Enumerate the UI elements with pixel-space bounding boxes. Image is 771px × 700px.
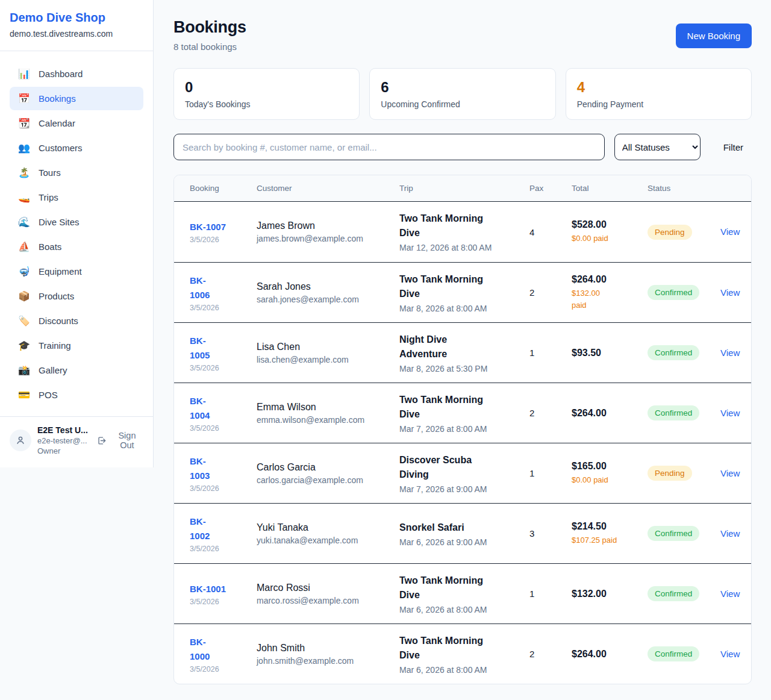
sidebar-item-label: Products — [39, 291, 74, 301]
bookings-table: Booking Customer Trip Pax Total Status B… — [173, 175, 752, 684]
customer-name: Yuki Tanaka — [257, 522, 399, 533]
new-booking-button[interactable]: New Booking — [676, 23, 752, 48]
search-input[interactable] — [173, 134, 605, 160]
user-info: E2E Test U... e2e-tester@... Owner — [37, 425, 91, 455]
sidebar-item-equipment[interactable]: 🤿Equipment — [10, 260, 143, 283]
total-cell: $132.00 — [572, 589, 648, 599]
booking-date: 3/5/2026 — [190, 484, 257, 493]
sign-out-button[interactable]: Sign Out — [97, 431, 143, 450]
brand-name: Demo Dive Shop — [10, 11, 143, 25]
filters-row: All Statuses Filter — [173, 134, 752, 160]
column-header-customer: Customer — [257, 184, 399, 193]
status-badge: Pending — [648, 466, 692, 481]
view-link[interactable]: View — [720, 227, 740, 237]
sidebar-item-bookings[interactable]: 📅Bookings — [10, 87, 143, 110]
customer-name: James Brown — [257, 220, 399, 231]
booking-cell: BK-10063/5/2026 — [190, 273, 257, 312]
sidebar-item-boats[interactable]: ⛵Boats — [10, 235, 143, 258]
table-row: BK-10023/5/2026Yuki Tanakayuki.tanaka@ex… — [174, 503, 751, 563]
table-row: BK-10013/5/2026Marco Rossimarco.rossi@ex… — [174, 563, 751, 623]
booking-id-link[interactable]: BK-1003 — [190, 454, 257, 483]
trip-datetime: Mar 6, 2026 at 8:00 AM — [399, 605, 529, 614]
table-header-row: Booking Customer Trip Pax Total Status — [174, 175, 751, 202]
view-link[interactable]: View — [720, 348, 740, 358]
booking-id-link[interactable]: BK-1005 — [190, 334, 257, 363]
view-cell: View — [720, 468, 745, 479]
booking-id-link[interactable]: BK-1000 — [190, 635, 257, 664]
stat-label: Today's Bookings — [185, 99, 348, 109]
status-badge: Confirmed — [648, 526, 699, 541]
trip-datetime: Mar 6, 2026 at 8:00 AM — [399, 665, 529, 675]
filter-button[interactable]: Filter — [715, 142, 752, 152]
sidebar-item-products[interactable]: 📦Products — [10, 284, 143, 308]
booking-date: 3/5/2026 — [190, 665, 257, 673]
sidebar-item-trips[interactable]: 🚤Trips — [10, 186, 143, 209]
status-badge: Pending — [648, 225, 692, 240]
total-cell: $264.00 — [572, 649, 648, 660]
view-link[interactable]: View — [720, 468, 740, 478]
person-icon — [15, 435, 26, 446]
sidebar-item-discounts[interactable]: 🏷️Discounts — [10, 309, 143, 333]
sidebar-item-dive-sites[interactable]: 🌊Dive Sites — [10, 210, 143, 234]
customer-email: marco.rossi@example.com — [257, 596, 399, 605]
booking-id-link[interactable]: BK-1002 — [190, 514, 257, 543]
sidebar-item-training[interactable]: 🎓Training — [10, 334, 143, 357]
sidebar-item-gallery[interactable]: 📸Gallery — [10, 358, 143, 382]
booking-id-link[interactable]: BK-1001 — [190, 582, 257, 596]
view-link[interactable]: View — [720, 589, 740, 599]
table-body: BK-10073/5/2026James Brownjames.brown@ex… — [174, 202, 751, 684]
view-cell: View — [720, 528, 745, 539]
status-cell: Confirmed — [648, 646, 720, 661]
sidebar-item-label: Boats — [39, 242, 61, 252]
customer-email: yuki.tanaka@example.com — [257, 536, 399, 545]
pax-value: 2 — [529, 408, 572, 418]
sidebar-item-tours[interactable]: 🏝️Tours — [10, 161, 143, 184]
customer-email: sarah.jones@example.com — [257, 295, 399, 304]
customer-cell: Carlos Garciacarlos.garcia@example.com — [257, 462, 399, 485]
total-amount: $214.50 — [572, 521, 648, 532]
sidebar-item-dashboard[interactable]: 📊Dashboard — [10, 62, 143, 86]
view-link[interactable]: View — [720, 649, 740, 659]
sidebar-item-label: Discounts — [39, 316, 78, 326]
wave-icon: 🌊 — [18, 216, 30, 228]
view-link[interactable]: View — [720, 408, 740, 418]
booking-date: 3/5/2026 — [190, 304, 257, 312]
sidebar-item-calendar[interactable]: 📆Calendar — [10, 111, 143, 135]
customer-name: John Smith — [257, 643, 399, 654]
sidebar-item-pos[interactable]: 💳POS — [10, 383, 143, 407]
sidebar-item-label: Equipment — [39, 266, 82, 277]
trip-name: Night Dive Adventure — [399, 333, 495, 361]
sidebar-item-label: Trips — [39, 192, 58, 202]
customer-cell: Yuki Tanakayuki.tanaka@example.com — [257, 522, 399, 545]
sidebar-item-label: Tours — [39, 167, 61, 178]
booking-date: 3/5/2026 — [190, 598, 257, 606]
sidebar-item-label: Customers — [39, 143, 83, 153]
booking-id-link[interactable]: BK-1007 — [190, 220, 257, 234]
total-amount: $132.00 — [572, 589, 648, 599]
total-amount: $93.50 — [572, 348, 648, 358]
table-row: BK-10033/5/2026Carlos Garciacarlos.garci… — [174, 443, 751, 503]
trip-name: Two Tank Morning Dive — [399, 211, 495, 240]
booking-id-link[interactable]: BK-1004 — [190, 394, 257, 423]
sidebar-item-label: Gallery — [39, 365, 67, 375]
stat-label: Upcoming Confirmed — [381, 99, 544, 109]
paid-amount: $132.00paid — [572, 287, 620, 311]
total-cell: $264.00 — [572, 408, 648, 419]
sidebar-item-customers[interactable]: 👥Customers — [10, 136, 143, 160]
customer-email: james.brown@example.com — [257, 234, 399, 243]
view-cell: View — [720, 227, 745, 237]
customer-name: Sarah Jones — [257, 281, 399, 292]
trip-name: Snorkel Safari — [399, 520, 495, 535]
booking-id-link[interactable]: BK-1006 — [190, 273, 257, 302]
island-icon: 🏝️ — [18, 167, 30, 178]
view-cell: View — [720, 287, 745, 298]
customer-cell: Sarah Jonessarah.jones@example.com — [257, 281, 399, 304]
view-link[interactable]: View — [720, 287, 740, 298]
booking-cell: BK-10043/5/2026 — [190, 394, 257, 433]
status-cell: Pending — [648, 466, 720, 481]
trip-datetime: Mar 8, 2026 at 5:30 PM — [399, 364, 529, 373]
page-subtitle: 8 total bookings — [173, 42, 246, 52]
status-filter-select[interactable]: All Statuses — [614, 134, 701, 160]
view-link[interactable]: View — [720, 528, 740, 539]
trip-name: Two Tank Morning Dive — [399, 272, 495, 301]
